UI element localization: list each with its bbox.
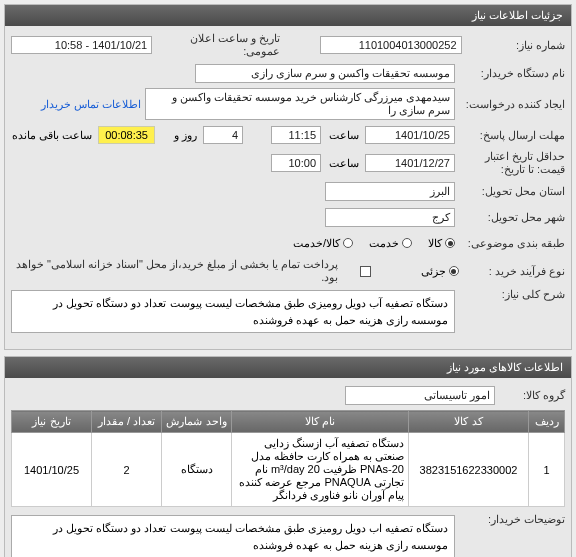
col-unit: واحد شمارش	[162, 411, 232, 433]
category-service-label: خدمت	[369, 237, 399, 250]
cell-unit: دستگاه	[162, 433, 232, 507]
treasury-note: پرداخت تمام یا بخشی از مبلغ خرید،از محل …	[11, 258, 338, 284]
need-info-panel: جزئیات اطلاعات نیاز شماره نیاز: 11010040…	[4, 4, 572, 350]
col-row: ردیف	[529, 411, 565, 433]
cell-code: 3823151622330002	[409, 433, 529, 507]
validity-label: حداقل تاریخ اعتبار قیمت: تا تاریخ:	[455, 150, 565, 176]
col-name: نام کالا	[232, 411, 409, 433]
category-both-radio[interactable]: کالا/خدمت	[293, 237, 353, 250]
goods-header: اطلاعات کالاهای مورد نیاز	[5, 357, 571, 378]
buyer-label: نام دستگاه خریدار:	[455, 67, 565, 80]
city-label: شهر محل تحویل:	[455, 211, 565, 224]
category-radiogroup: کالا خدمت کالا/خدمت	[293, 237, 455, 250]
goods-panel: اطلاعات کالاهای مورد نیاز گروه کالا: امو…	[4, 356, 572, 557]
col-qty: تعداد / مقدار	[92, 411, 162, 433]
process-label: نوع فرآیند خرید :	[459, 265, 565, 278]
goods-table: ردیف کد کالا نام کالا واحد شمارش تعداد /…	[11, 410, 565, 507]
need-no-value: 1101004013000252	[320, 36, 461, 54]
need-desc-value: دستگاه تصفیه آب دویل رومیزی طبق مشخصات ل…	[11, 290, 455, 333]
deadline-time-label: ساعت	[323, 129, 363, 142]
deadline-label: مهلت ارسال پاسخ:	[455, 129, 565, 142]
col-code: کد کالا	[409, 411, 529, 433]
cell-qty: 2	[92, 433, 162, 507]
validity-time-label: ساعت	[323, 157, 363, 170]
days-remaining: 4	[203, 126, 243, 144]
category-goods-radio[interactable]: کالا	[428, 237, 455, 250]
col-date: تاریخ نیاز	[12, 411, 92, 433]
validity-time: 10:00	[271, 154, 321, 172]
cell-name: دستگاه تصفیه آب ازسنگ زدایی صنعتی به همر…	[232, 433, 409, 507]
buyer-notes-label: توضیحات خریدار:	[455, 513, 565, 526]
province-label: استان محل تحویل:	[455, 185, 565, 198]
deadline-time: 11:15	[271, 126, 321, 144]
countdown-timer: 00:08:35	[98, 126, 155, 144]
category-goods-label: کالا	[428, 237, 442, 250]
creator-label: ایجاد کننده درخواست:	[455, 98, 565, 111]
need-desc-label: شرح کلی نیاز:	[455, 288, 565, 301]
need-no-label: شماره نیاز:	[462, 39, 565, 52]
category-both-label: کالا/خدمت	[293, 237, 340, 250]
city-value: کرج	[325, 208, 455, 227]
creator-value: سیدمهدی میرزرگی کارشناس خرید موسسه تحقیق…	[145, 88, 455, 120]
remaining-label: ساعت باقی مانده	[12, 129, 92, 142]
category-service-radio[interactable]: خدمت	[369, 237, 412, 250]
days-label: روز و	[161, 129, 201, 142]
cell-date: 1401/10/25	[12, 433, 92, 507]
deadline-date: 1401/10/25	[365, 126, 455, 144]
treasury-checkbox[interactable]	[360, 266, 371, 277]
process-minor-radio[interactable]: جزئی	[421, 265, 459, 278]
buyer-contact-link[interactable]: اطلاعات تماس خریدار	[41, 98, 141, 111]
public-time-value: 1401/10/21 - 10:58	[11, 36, 152, 54]
process-minor-label: جزئی	[421, 265, 446, 278]
table-row[interactable]: 1 3823151622330002 دستگاه تصفیه آب ازسنگ…	[12, 433, 565, 507]
need-info-header: جزئیات اطلاعات نیاز	[5, 5, 571, 26]
validity-date: 1401/12/27	[365, 154, 455, 172]
cell-idx: 1	[529, 433, 565, 507]
group-value: امور تاسیساتی	[345, 386, 495, 405]
buyer-notes-value: دستگاه تصفیه اب دویل رومیزی طبق مشخصات ل…	[11, 515, 455, 557]
public-time-label: تاریخ و ساعت اعلان عمومی:	[152, 32, 280, 58]
group-label: گروه کالا:	[495, 389, 565, 402]
province-value: البرز	[325, 182, 455, 201]
buyer-value: موسسه تحقیقات واکسن و سرم سازی رازی	[195, 64, 455, 83]
category-label: طبقه بندی موضوعی:	[455, 237, 565, 250]
